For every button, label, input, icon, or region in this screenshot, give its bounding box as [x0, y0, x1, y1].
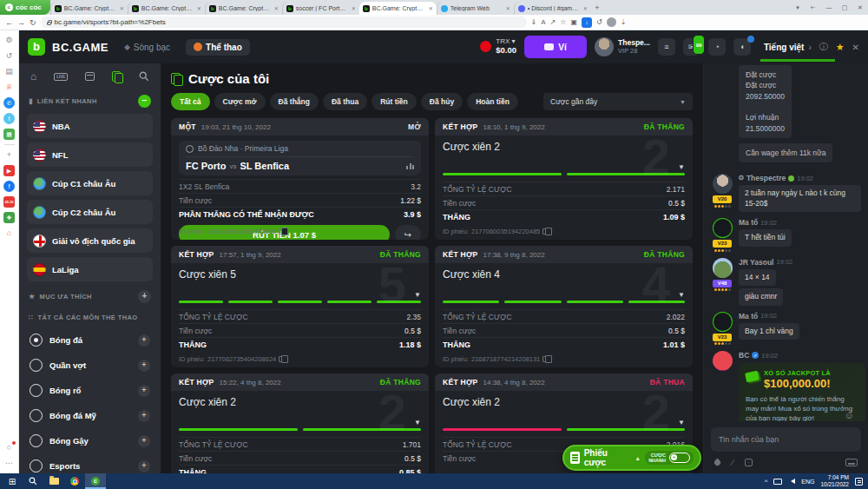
- filter-refund[interactable]: Hoàn tiền: [467, 93, 518, 110]
- sport-row-football[interactable]: Bóng đá +: [27, 327, 153, 353]
- games-icon[interactable]: ▦: [3, 129, 15, 140]
- expand-button[interactable]: +: [138, 460, 150, 472]
- tab-close-icon[interactable]: ✕: [429, 5, 433, 11]
- expand-button[interactable]: +: [138, 410, 150, 422]
- avatar[interactable]: [713, 351, 733, 371]
- twitter-icon[interactable]: t: [3, 113, 15, 124]
- search-icon[interactable]: [139, 71, 149, 82]
- share-icon[interactable]: ↗: [550, 18, 556, 26]
- more-icon[interactable]: ⋯: [3, 458, 15, 469]
- gear-icon[interactable]: ⚙: [3, 35, 15, 46]
- tray-chevron-icon[interactable]: ^: [765, 479, 767, 485]
- downloads-button[interactable]: ↓: [582, 17, 592, 28]
- my-bets-icon[interactable]: [112, 71, 122, 82]
- translate-icon[interactable]: A: [541, 18, 545, 26]
- filter-cancelled[interactable]: Đã hủy: [421, 93, 463, 110]
- chevron-down-icon[interactable]: ▼: [678, 163, 685, 171]
- user-chip[interactable]: Thespe... VIP 28: [595, 37, 650, 56]
- adblock-shield-icon[interactable]: ▣: [570, 18, 577, 26]
- profile-icon[interactable]: [607, 17, 616, 27]
- tab-close-icon[interactable]: ✕: [120, 5, 124, 11]
- taskbar-search-button[interactable]: [23, 473, 43, 489]
- sport-row-cricket[interactable]: Bóng Gậy +: [27, 428, 153, 453]
- chat-language-tab[interactable]: Tiếng việt ›: [764, 43, 812, 52]
- browser-tab[interactable]: • Discord | #games | ✕: [514, 2, 591, 15]
- share-button[interactable]: ↪: [395, 225, 421, 240]
- info-icon[interactable]: ⓘ: [819, 41, 828, 53]
- tab-close-icon[interactable]: ✕: [197, 5, 201, 11]
- clock[interactable]: 7:04 PM 10/21/2022: [820, 474, 849, 488]
- menu-icon[interactable]: ≡: [658, 38, 675, 56]
- quick-bet-toggle[interactable]: [669, 453, 690, 463]
- chat-messages[interactable]: Đặt cược Đặt cược 2092.50000 Lợi nhuận 2…: [704, 63, 868, 421]
- forward-icon[interactable]: →: [17, 18, 25, 27]
- bell-icon[interactable]: ◔: [708, 38, 726, 56]
- sync-icon[interactable]: ↺: [596, 18, 602, 26]
- avatar[interactable]: [713, 218, 733, 238]
- slash-commands-icon[interactable]: ∕: [732, 458, 733, 467]
- copy-icon[interactable]: [279, 228, 284, 235]
- bell-icon[interactable]: ○: [3, 442, 15, 453]
- dice-icon[interactable]: [745, 459, 753, 466]
- nav-sports[interactable]: Thể thao: [186, 39, 250, 56]
- youtube-icon[interactable]: ▶: [3, 165, 15, 176]
- sidebar-item-nba[interactable]: NBA: [27, 114, 153, 138]
- sidebar-item-cup-c1[interactable]: Cúp C1 châu Âu: [27, 171, 153, 195]
- sale-calendar-icon[interactable]: 25.10: [3, 196, 15, 208]
- expand-button[interactable]: +: [138, 435, 150, 447]
- save-page-icon[interactable]: ⇓: [531, 18, 537, 26]
- sidebar-item-cup-c2[interactable]: Cúp C2 châu Âu: [27, 200, 153, 224]
- gift-icon[interactable]: ❖: [3, 212, 15, 223]
- session-restore-icon[interactable]: ⇠: [806, 4, 821, 11]
- sidebar-item-national-league[interactable]: Giải vô địch quốc gia: [27, 228, 153, 253]
- chevron-down-icon[interactable]: ▼: [678, 419, 685, 426]
- volume-icon[interactable]: [788, 479, 795, 484]
- chat-username[interactable]: Ma tổ: [739, 218, 758, 227]
- gif-keyboard-icon[interactable]: [845, 459, 858, 466]
- tab-search-icon[interactable]: ▾: [790, 4, 806, 11]
- tab-close-icon[interactable]: ✕: [352, 5, 356, 11]
- match-title[interactable]: FC Porto vs SL Benfica: [186, 157, 414, 171]
- avatar[interactable]: [713, 312, 733, 332]
- wallet-button[interactable]: Ví: [524, 36, 587, 58]
- add-favorite-button[interactable]: +: [138, 290, 151, 303]
- chrome-button[interactable]: [64, 473, 85, 489]
- bcgame-logo[interactable]: b: [28, 38, 45, 56]
- chat-input[interactable]: [711, 427, 861, 452]
- emoji-icon[interactable]: ☺: [845, 410, 854, 420]
- language-indicator[interactable]: ENG: [801, 479, 814, 485]
- minimize-button[interactable]: —: [821, 4, 837, 10]
- start-button[interactable]: ⊞: [2, 473, 23, 489]
- sort-select[interactable]: Cược gần đây ▼: [543, 93, 693, 110]
- reading-list-icon[interactable]: ▤: [3, 66, 15, 77]
- history-icon[interactable]: ↺: [3, 50, 15, 62]
- tab-close-icon[interactable]: ✕: [506, 5, 510, 11]
- sidebar-item-laliga[interactable]: LaLiga: [27, 257, 153, 281]
- chevron-down-icon[interactable]: ▼: [414, 291, 421, 299]
- avatar[interactable]: [713, 174, 733, 194]
- filter-cashout[interactable]: Rút tiền: [372, 93, 417, 110]
- stats-icon[interactable]: [406, 163, 414, 169]
- quick-bet-control[interactable]: CƯỢC NHANH: [645, 451, 694, 466]
- live-icon[interactable]: LIVE: [54, 73, 68, 81]
- sport-row-tennis[interactable]: Quần vợt +: [27, 353, 153, 378]
- chat-username[interactable]: JR Yasoul: [739, 258, 773, 267]
- back-icon[interactable]: ←: [5, 18, 13, 27]
- sport-row-esports[interactable]: Esports +: [27, 453, 153, 473]
- cart-icon[interactable]: ⌂: [3, 228, 15, 239]
- messenger-icon[interactable]: ✆: [3, 97, 15, 109]
- expand-button[interactable]: +: [138, 334, 150, 347]
- bookmark-star-icon[interactable]: ☆: [560, 18, 566, 26]
- add-icon[interactable]: +: [3, 149, 15, 161]
- sidebar-item-nfl[interactable]: NFL: [27, 142, 153, 167]
- browser-tab-active[interactable]: BC.Game: Crypto Casino ✕: [359, 2, 437, 15]
- copy-icon[interactable]: [542, 228, 548, 235]
- filter-lost[interactable]: Đã thua: [323, 93, 367, 110]
- chat-username[interactable]: BC: [739, 351, 749, 360]
- mail-icon[interactable]: ✉ 99: [683, 38, 700, 56]
- coccoc-brand[interactable]: c cốc cốc: [0, 0, 50, 15]
- chat-toggle-icon[interactable]: ◖: [733, 38, 751, 56]
- avatar[interactable]: [713, 258, 733, 278]
- balance-selector[interactable]: TRX ▾ $0.00: [480, 38, 516, 55]
- browser-tab[interactable]: soccer | FC Porto vs SL B ✕: [282, 2, 359, 15]
